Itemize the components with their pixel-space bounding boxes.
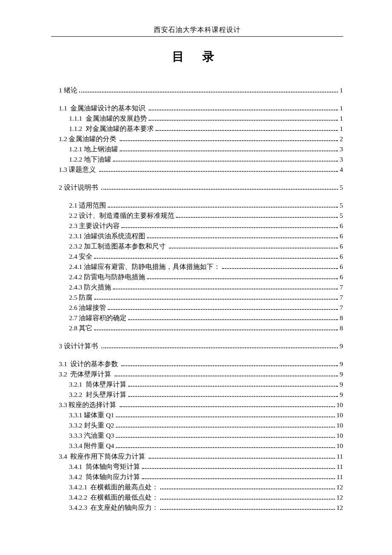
toc-entry-label: 2.3.1 油罐供油系统流程图	[69, 231, 145, 241]
toc-entry: 3.2.1 筒体壁厚计算 9	[51, 379, 343, 390]
toc-leader-dots	[222, 268, 338, 269]
toc-entry-page: 7	[340, 303, 343, 313]
toc-entry: 2.4.2 防雷电与防静电措施6	[51, 272, 343, 282]
toc-entry: 2.5 防腐7	[51, 292, 343, 303]
table-of-contents: 1 绪论11.1 金属油罐设计的基本知识 11.1.1 金属油罐的发展趋势11.…	[51, 85, 343, 513]
toc-entry-label: 2.4.3 防火措施	[69, 282, 111, 292]
toc-leader-dots	[116, 416, 335, 417]
toc-entry: 2.4 安全6	[51, 251, 343, 262]
toc-entry-page: 12	[337, 503, 343, 513]
toc-entry: 1.1.1 金属油罐的发展趋势1	[51, 113, 343, 124]
toc-leader-dots	[116, 437, 335, 438]
toc-entry-label: 3.4 鞍座作用下筒体应力计算	[59, 451, 147, 462]
toc-entry: 2 设计说明书 5	[51, 182, 343, 193]
toc-entry: 2.3.1 油罐供油系统流程图6	[51, 231, 343, 241]
toc-leader-dots	[121, 365, 338, 366]
toc-entry-label: 3.2.1 筒体壁厚计算	[69, 379, 127, 390]
toc-entry: 3.3.4 附件重 Q410	[51, 441, 343, 451]
toc-entry-page: 12	[337, 482, 343, 492]
toc-entry-label: 2.7 油罐容积的确定	[69, 313, 127, 323]
toc-entry: 2.2 设计、制造遵循的主要标准规范5	[51, 211, 343, 221]
toc-entry-page: 6	[340, 231, 343, 241]
toc-entry-label: 3.3.2 封头重 Q2	[69, 420, 114, 431]
toc-leader-dots	[108, 309, 338, 310]
toc-entry: 3.4.1 筒体轴向弯矩计算11	[51, 462, 343, 472]
running-header: 西安石油大学本科课程设计	[51, 26, 343, 35]
toc-entry-page: 10	[337, 410, 343, 420]
toc-entry-label: 3.3 鞍座的选择计算	[59, 400, 118, 410]
toc-entry-label: 3.4.2.2 在横截面的最低点处：	[69, 492, 159, 503]
toc-leader-dots	[149, 458, 335, 459]
toc-leader-dots	[121, 227, 338, 228]
toc-entry: 1.2.2 地下油罐3	[51, 154, 343, 165]
toc-entry: 1.1 金属油罐设计的基本知识 1	[51, 103, 343, 113]
toc-entry-label: 2.1 适用范围	[69, 200, 106, 211]
toc-leader-dots	[169, 248, 338, 249]
toc-leader-dots	[128, 396, 338, 397]
toc-leader-dots	[142, 478, 335, 479]
toc-leader-dots	[128, 386, 338, 387]
toc-entry-page: 1	[340, 103, 343, 113]
toc-entry-page: 6	[340, 221, 343, 231]
toc-leader-dots	[115, 376, 338, 376]
toc-entry-page: 10	[337, 400, 343, 410]
toc-entry-page: 2	[340, 134, 343, 144]
toc-entry-label: 1.1.1 金属油罐的发展趋势	[69, 113, 147, 124]
toc-leader-dots	[120, 150, 338, 151]
toc-leader-dots	[156, 130, 338, 131]
toc-entry-label: 3.3.3 汽油重 Q3	[69, 431, 114, 441]
toc-entry-label: 2 设计说明书	[59, 182, 100, 193]
toc-leader-dots	[160, 499, 334, 500]
toc-leader-dots	[160, 489, 334, 489]
toc-entry: 1.2 金属油罐的分类 2	[51, 134, 343, 144]
toc-entry-page: 1	[340, 124, 343, 134]
toc-leader-dots	[176, 217, 338, 218]
toc-entry-page: 5	[340, 211, 343, 221]
toc-entry-label: 3.3.1 罐体重 Q1	[69, 410, 114, 420]
toc-entry: 2.4.1 油罐应有避雷、防静电措施，具体措施如下：6	[51, 262, 343, 272]
toc-entry-page: 8	[340, 323, 343, 333]
toc-entry-page: 9	[340, 390, 343, 400]
toc-entry-label: 2.4.2 防雷电与防静电措施	[69, 272, 145, 282]
toc-leader-dots	[94, 299, 338, 300]
toc-entry-label: 3.3.4 附件重 Q4	[69, 441, 114, 451]
toc-entry-label: 2.4 安全	[69, 251, 92, 262]
toc-entry-page: 6	[340, 251, 343, 262]
toc-entry-page: 8	[340, 313, 343, 323]
toc-leader-dots	[160, 509, 334, 510]
toc-entry-label: 1.1.2 对金属油罐的基本要求	[69, 124, 154, 134]
toc-entry-page: 11	[337, 472, 343, 482]
toc-entry-page: 11	[337, 451, 343, 462]
page-title: 目 录	[51, 49, 343, 65]
toc-entry: 3.3 鞍座的选择计算 10	[51, 400, 343, 410]
toc-entry-page: 12	[337, 492, 343, 503]
toc-entry-page: 3	[340, 144, 343, 154]
toc-entry-page: 10	[337, 441, 343, 451]
toc-entry: 2.7 油罐容积的确定8	[51, 313, 343, 323]
toc-entry-page: 6	[340, 272, 343, 282]
toc-entry-page: 5	[340, 182, 343, 193]
toc-leader-dots	[147, 278, 338, 279]
toc-entry: 3.1 设计的基本参数 9	[51, 359, 343, 369]
toc-entry-page: 9	[340, 369, 343, 379]
toc-entry: 2.1 适用范围5	[51, 200, 343, 211]
toc-entry-label: 3.2.2 封头壁厚计算	[69, 390, 127, 400]
toc-entry-label: 2.4.1 油罐应有避雷、防静电措施，具体措施如下：	[69, 262, 220, 272]
toc-leader-dots	[120, 406, 334, 407]
toc-entry-label: 3.1 设计的基本参数	[59, 359, 120, 369]
toc-entry-label: 2.3 主要设计内容	[69, 221, 120, 231]
toc-entry-page: 7	[340, 282, 343, 292]
toc-leader-dots	[147, 237, 338, 238]
toc-leader-dots	[94, 258, 338, 259]
toc-entry-page: 1	[340, 85, 343, 95]
toc-entry: 2.4.3 防火措施7	[51, 282, 343, 292]
toc-entry-label: 1.2 金属油罐的分类	[59, 134, 118, 144]
toc-entry-page: 6	[340, 262, 343, 272]
toc-leader-dots	[79, 92, 338, 92]
toc-entry-label: 1.2.1 地上钢油罐	[69, 144, 118, 154]
toc-entry: 2.3 主要设计内容6	[51, 221, 343, 231]
toc-entry: 3.3.3 汽油重 Q310	[51, 431, 343, 441]
toc-entry-label: 1.3 课题意义	[59, 165, 98, 175]
toc-entry: 3.4.2 筒体轴向应力计算11	[51, 472, 343, 482]
toc-entry-page: 10	[337, 420, 343, 431]
